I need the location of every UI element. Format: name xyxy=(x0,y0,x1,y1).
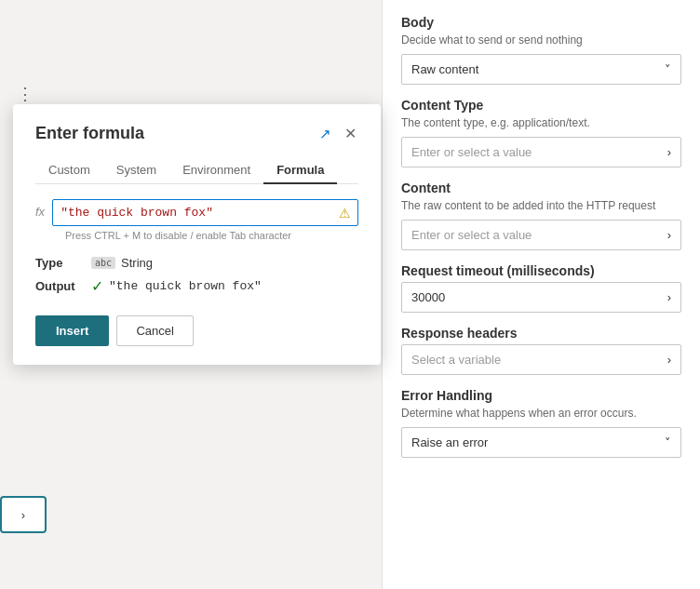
content-type-placeholder: Enter or select a value xyxy=(411,145,532,159)
type-text: String xyxy=(121,256,153,270)
tab-formula[interactable]: Formula xyxy=(263,157,337,184)
tab-environment[interactable]: Environment xyxy=(169,157,263,184)
cancel-button[interactable]: Cancel xyxy=(116,315,193,346)
error-handling-chevron-icon: ˅ xyxy=(665,435,671,449)
error-handling-subtitle: Determine what happens when an error occ… xyxy=(401,407,681,420)
content-title: Content xyxy=(401,181,681,195)
error-handling-section: Error Handling Determine what happens wh… xyxy=(401,388,681,458)
output-row: Output ✓ "the quick brown fox" xyxy=(35,277,358,295)
three-dots-icon: ⋮ xyxy=(17,84,34,104)
dialog-tabs: Custom System Environment Formula xyxy=(35,157,358,184)
content-type-arrow-icon: › xyxy=(667,145,671,159)
error-handling-title: Error Handling xyxy=(401,388,681,403)
fx-label: fx xyxy=(35,205,45,219)
dialog-header-icons: ↗ ✕ xyxy=(317,123,358,144)
expand-dialog-button[interactable]: ↗ xyxy=(317,124,333,144)
response-headers-title: Response headers xyxy=(401,326,681,341)
timeout-value: 30000 xyxy=(411,290,445,304)
body-dropdown-value: Raw content xyxy=(411,62,478,76)
content-type-section: Content Type The content type, e.g. appl… xyxy=(401,98,681,167)
output-text: "the quick brown fox" xyxy=(109,279,262,293)
timeout-title: Request timeout (milliseconds) xyxy=(401,263,681,278)
dialog-header: Enter formula ↗ ✕ xyxy=(35,123,358,144)
content-arrow-icon: › xyxy=(667,228,671,242)
arrow-right-icon: › xyxy=(21,508,25,522)
formula-input[interactable] xyxy=(52,199,358,226)
body-subtitle: Decide what to send or send nothing xyxy=(401,33,681,47)
error-handling-value: Raise an error xyxy=(411,435,488,449)
success-icon: ✓ xyxy=(91,277,103,295)
formula-input-area: fx ⚠ xyxy=(35,199,358,226)
right-panel: Body Decide what to send or send nothing… xyxy=(382,0,700,589)
content-subtitle: The raw content to be added into the HTT… xyxy=(401,199,681,212)
tab-system[interactable]: System xyxy=(103,157,169,184)
type-value: abc String xyxy=(91,256,153,270)
enter-formula-dialog: Enter formula ↗ ✕ Custom System Environm… xyxy=(13,104,381,365)
output-value-area: ✓ "the quick brown fox" xyxy=(91,277,262,295)
info-icon: ⚠ xyxy=(339,206,351,221)
formula-hint: Press CTRL + M to disable / enable Tab c… xyxy=(65,230,358,241)
body-chevron-icon: ˅ xyxy=(665,62,671,76)
body-section: Body Decide what to send or send nothing… xyxy=(401,15,681,85)
response-headers-section: Response headers Select a variable › xyxy=(401,326,681,375)
error-handling-dropdown[interactable]: Raise an error ˅ xyxy=(401,427,681,458)
type-row: Type abc String xyxy=(35,256,358,270)
type-label: Type xyxy=(35,256,91,270)
close-dialog-button[interactable]: ✕ xyxy=(343,123,358,144)
dialog-title: Enter formula xyxy=(35,124,144,143)
body-dropdown[interactable]: Raw content ˅ xyxy=(401,54,681,85)
content-type-subtitle: The content type, e.g. application/text. xyxy=(401,116,681,129)
insert-button[interactable]: Insert xyxy=(35,315,109,346)
timeout-field[interactable]: 30000 › xyxy=(401,282,681,313)
content-type-title: Content Type xyxy=(401,98,681,113)
content-type-field[interactable]: Enter or select a value › xyxy=(401,137,681,167)
content-field[interactable]: Enter or select a value › xyxy=(401,220,681,250)
timeout-section: Request timeout (milliseconds) 30000 › xyxy=(401,263,681,313)
timeout-arrow-icon: › xyxy=(667,290,671,304)
response-headers-field[interactable]: Select a variable › xyxy=(401,344,681,375)
tab-custom[interactable]: Custom xyxy=(35,157,103,184)
content-placeholder: Enter or select a value xyxy=(411,228,532,242)
dialog-actions: Insert Cancel xyxy=(35,315,358,346)
formula-input-wrapper: ⚠ xyxy=(52,199,358,226)
type-icon: abc xyxy=(91,257,115,269)
content-section: Content The raw content to be added into… xyxy=(401,181,681,250)
body-title: Body xyxy=(401,15,681,30)
response-headers-arrow-icon: › xyxy=(667,353,671,367)
response-headers-placeholder: Select a variable xyxy=(411,353,501,367)
canvas-node-bottom[interactable]: › xyxy=(0,496,47,533)
output-label: Output xyxy=(35,279,91,293)
